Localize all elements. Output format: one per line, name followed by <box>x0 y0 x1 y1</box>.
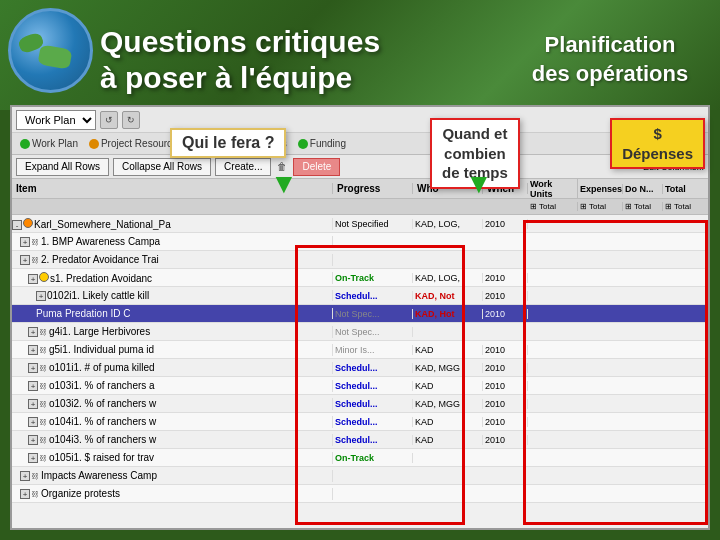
cell-when: 2010 <box>483 219 528 229</box>
toolbar-row1: Work Plan ↺ ↻ <box>12 107 708 133</box>
cell-when: 2010 <box>483 399 528 409</box>
cell-when: 2010 <box>483 291 528 301</box>
cell-item: +⛓g5i1. Individual puma id <box>12 344 333 356</box>
link-icon: ⛓ <box>39 400 49 410</box>
logo-area <box>8 8 98 98</box>
btn-row: Expand All Rows Collapse All Rows Create… <box>12 155 708 179</box>
sub-total: ⊞ Total <box>663 202 708 211</box>
expand-icon[interactable]: + <box>28 417 38 427</box>
sub-wu: ⊞ Total <box>528 202 578 211</box>
cell-when: 2010 <box>483 345 528 355</box>
expand-icon[interactable]: + <box>28 274 38 284</box>
cell-who: KAD, LOG, <box>413 219 483 229</box>
link-icon: ⛓ <box>31 256 41 266</box>
cell-item: +⛓o105i1. $ raised for trav <box>12 452 333 464</box>
cell-item: +⛓o103i2. % of ranchers w <box>12 398 333 410</box>
link-icon: ⛓ <box>39 364 49 374</box>
link-icon: ⛓ <box>39 328 49 338</box>
link-icon: ⛓ <box>39 382 49 392</box>
expand-icon[interactable]: + <box>28 327 38 337</box>
globe-icon <box>8 8 93 93</box>
sub-title: Planification des opérations <box>510 31 710 88</box>
cell-item: -Karl_Somewhere_National_Pa <box>12 218 333 230</box>
expand-icon[interactable]: + <box>28 381 38 391</box>
cell-item: +⛓o104i1. % of ranchers w <box>12 416 333 428</box>
sub-exp: ⊞ Total <box>578 202 623 211</box>
cell-item: +⛓o104i3. % of ranchers w <box>12 434 333 446</box>
col-total-header: Total <box>663 184 708 194</box>
cell-item: +⛓1. BMP Awareness Campa <box>12 236 333 248</box>
undo-icon[interactable]: ↺ <box>100 111 118 129</box>
col-headers: Item Progress Who When Work Units Expens… <box>12 179 708 199</box>
arrow-qui-down: ▼ <box>270 168 298 200</box>
tab-row: Work Plan Project Resources Accounting C… <box>12 133 708 155</box>
cell-when: 2010 <box>483 309 528 319</box>
collapse-all-btn[interactable]: Collapse All Rows <box>113 158 211 176</box>
cell-item: +⛓Impacts Awareness Camp <box>12 470 333 482</box>
sub-do: ⊞ Total <box>623 202 663 211</box>
cell-when: 2010 <box>483 273 528 283</box>
expand-icon[interactable]: + <box>20 237 30 247</box>
link-icon: ⛓ <box>39 346 49 356</box>
header-titles: Questions critiques à poser à l'équipe P… <box>100 10 710 110</box>
tab-funding-icon <box>298 139 308 149</box>
expand-icon[interactable]: + <box>28 363 38 373</box>
expand-all-btn[interactable]: Expand All Rows <box>16 158 109 176</box>
link-icon: ⛓ <box>39 436 49 446</box>
cell-item: +0102i1. Likely cattle kill <box>12 290 333 301</box>
circle-yellow-icon <box>39 272 49 282</box>
red-border-right-cols <box>523 220 708 525</box>
link-icon: ⛓ <box>39 418 49 428</box>
expand-icon[interactable]: + <box>36 291 46 301</box>
tab-workplan[interactable]: Work Plan <box>16 137 82 150</box>
link-icon: ⛓ <box>31 238 41 248</box>
expand-icon[interactable]: - <box>12 220 22 230</box>
red-border-progress-cols <box>295 245 465 525</box>
tab-project-resources-icon <box>89 139 99 149</box>
cell-progress: Not Specified <box>333 219 413 229</box>
cell-item: +⛓2. Predator Avoidance Trai <box>12 254 333 266</box>
tab-workplan-icon <box>20 139 30 149</box>
cell-when: 2010 <box>483 381 528 391</box>
delete-btn[interactable]: Delete <box>293 158 340 176</box>
cell-when: 2010 <box>483 417 528 427</box>
cell-item: +⛓o103i1. % of ranchers a <box>12 380 333 392</box>
cell-when: 2010 <box>483 435 528 445</box>
tab-funding[interactable]: Funding <box>294 137 350 150</box>
expand-icon[interactable]: + <box>28 453 38 463</box>
cell-item: Puma Predation ID C <box>12 308 333 319</box>
expand-icon[interactable]: + <box>28 345 38 355</box>
expand-icon[interactable]: + <box>28 399 38 409</box>
link-icon: ⛓ <box>31 490 41 500</box>
create-btn[interactable]: Create... <box>215 158 271 176</box>
cell-item: +s1. Predation Avoidanc <box>12 272 333 284</box>
col-progress-header: Progress <box>333 183 413 194</box>
expand-icon[interactable]: + <box>20 255 30 265</box>
link-icon: ⛓ <box>39 454 49 464</box>
expand-icon[interactable]: + <box>20 471 30 481</box>
circle-orange-icon <box>23 218 33 228</box>
annotation-dollar: $ Dépenses <box>610 118 705 169</box>
cell-when: 2010 <box>483 363 528 373</box>
col-exp-header: Expenses <box>578 184 623 194</box>
expand-icon[interactable]: + <box>28 435 38 445</box>
arrow-quand-down: ▼ <box>465 168 493 200</box>
cell-item: +⛓Organize protests <box>12 488 333 500</box>
link-icon: ⛓ <box>31 472 41 482</box>
cell-item: +⛓g4i1. Large Herbivores <box>12 326 333 338</box>
refresh-icon[interactable]: ↻ <box>122 111 140 129</box>
col-wu-header: Work Units <box>528 179 578 199</box>
col-do-header: Do N... <box>623 184 663 194</box>
expand-icon[interactable]: + <box>20 489 30 499</box>
sub-col-headers: ⊞ Total ⊞ Total ⊞ Total ⊞ Total <box>12 199 708 215</box>
annotation-qui: Qui le fera ? <box>170 128 286 158</box>
main-title: Questions critiques à poser à l'équipe <box>100 24 510 96</box>
cell-item: +⛓o101i1. # of puma killed <box>12 362 333 374</box>
workplan-select[interactable]: Work Plan <box>16 110 96 130</box>
